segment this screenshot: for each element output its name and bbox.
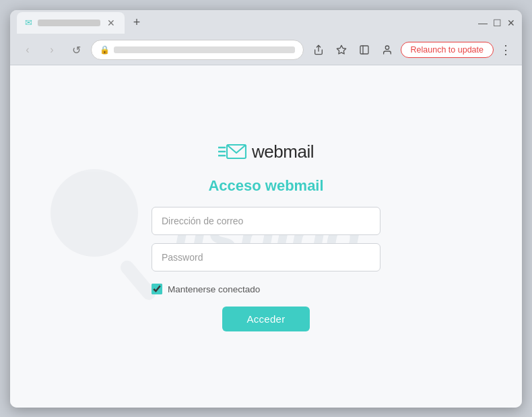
nav-bar: ‹ › ↺ 🔒	[10, 36, 522, 65]
submit-button[interactable]: Acceder	[222, 307, 309, 331]
lock-icon: 🔒	[100, 45, 110, 55]
svg-rect-2	[360, 46, 368, 54]
new-tab-button[interactable]: +	[127, 13, 146, 32]
tab-close-icon[interactable]: ✕	[106, 16, 117, 30]
remember-checkbox[interactable]	[152, 284, 162, 294]
password-input[interactable]	[152, 243, 380, 271]
profile-icon[interactable]	[378, 40, 397, 59]
email-input[interactable]	[152, 207, 380, 235]
remember-label[interactable]: Mantenerse conectado	[168, 284, 260, 294]
back-button[interactable]: ‹	[18, 40, 37, 59]
login-heading: Acceso webmail	[208, 177, 323, 195]
logo-area: webmail	[218, 141, 314, 162]
share-icon[interactable]	[309, 40, 328, 59]
address-bar[interactable]: 🔒	[91, 40, 304, 60]
svg-point-4	[385, 46, 389, 49]
forward-button[interactable]: ›	[42, 40, 61, 59]
page-content: fishing webmail	[10, 65, 522, 408]
bg-magnifier-decoration	[51, 169, 158, 304]
bookmark-icon[interactable]	[332, 40, 351, 59]
svg-marker-1	[337, 45, 345, 54]
browser-window: ✉ ✕ + — ☐ ✕ ‹ › ↺ 🔒	[10, 10, 522, 408]
logo-text: webmail	[252, 141, 314, 162]
more-options-button[interactable]: ⋮	[498, 42, 514, 58]
title-bar-controls: — ☐ ✕	[478, 18, 515, 28]
title-bar: ✉ ✕ + — ☐ ✕	[10, 10, 522, 36]
minimize-icon[interactable]: —	[478, 18, 488, 28]
close-icon[interactable]: ✕	[507, 18, 515, 28]
input-group	[152, 207, 380, 271]
tab-title-text	[38, 20, 100, 26]
reload-button[interactable]: ↺	[67, 40, 86, 59]
maximize-icon[interactable]: ☐	[493, 18, 502, 28]
tab-email-icon: ✉	[25, 18, 32, 28]
logo-icon	[218, 141, 246, 162]
url-text	[114, 46, 295, 53]
active-tab[interactable]: ✉ ✕	[17, 12, 125, 34]
remember-me-row: Mantenerse conectado	[152, 284, 380, 294]
tab-area: ✉ ✕ +	[17, 12, 473, 34]
relaunch-button[interactable]: Relaunch to update	[401, 42, 494, 58]
nav-actions: Relaunch to update ⋮	[309, 40, 514, 59]
sidebar-icon[interactable]	[355, 40, 374, 59]
login-card: webmail Acceso webmail Mantenerse conect…	[152, 141, 380, 331]
